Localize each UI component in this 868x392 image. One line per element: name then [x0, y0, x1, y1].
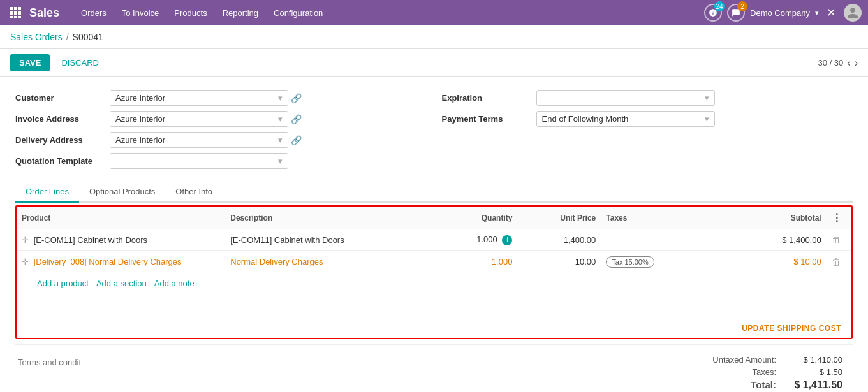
- invoice-address-dropdown-icon: ▾: [278, 114, 283, 124]
- save-button[interactable]: SAVE: [10, 54, 50, 71]
- order-table: Product Description Quantity Unit Price …: [17, 207, 851, 273]
- row1-quantity[interactable]: 1.000 i: [434, 229, 518, 251]
- row2-subtotal: $ 10.00: [726, 250, 827, 273]
- nav-configuration[interactable]: Configuration: [267, 6, 329, 20]
- row2-unit-price[interactable]: 10.00: [517, 250, 601, 273]
- totals-section: Untaxed Amount: $ 1,410.00 Taxes: $ 1.50…: [628, 350, 853, 393]
- nav-products[interactable]: Products: [168, 6, 213, 20]
- tab-other-info[interactable]: Other Info: [165, 182, 223, 203]
- prev-record-button[interactable]: ‹: [847, 57, 850, 69]
- avatar-icon[interactable]: [844, 4, 862, 22]
- total-label: Total:: [751, 379, 776, 390]
- update-shipping-cost-button[interactable]: UPDATE SHIPPING COST: [17, 319, 851, 338]
- nav-orders[interactable]: Orders: [75, 6, 113, 20]
- row2-description[interactable]: Normal Delivery Charges: [225, 250, 434, 273]
- taxes-label: Taxes:: [752, 367, 776, 377]
- nav-to-invoice[interactable]: To Invoice: [115, 6, 166, 20]
- product-name-delivery[interactable]: [Delivery_008] Normal Delivery Charges: [34, 257, 182, 266]
- svg-rect-6: [10, 16, 13, 18]
- form-column-right: Expiration ▾ Payment Terms End of Follow…: [442, 87, 853, 171]
- total-value: $ 1,411.50: [791, 379, 842, 391]
- th-description: Description: [225, 207, 434, 229]
- untaxed-label: Untaxed Amount:: [712, 355, 776, 365]
- invoice-address-label: Invoice Address: [15, 114, 105, 124]
- th-quantity: Quantity: [434, 207, 518, 229]
- drag-handle-icon[interactable]: ✛: [22, 257, 29, 266]
- row2-taxes[interactable]: Tax 15.00%: [601, 250, 726, 273]
- row1-subtotal: $ 1,400.00: [726, 229, 827, 251]
- add-section-link[interactable]: Add a section: [96, 279, 147, 288]
- discard-button[interactable]: DISCARD: [52, 54, 108, 71]
- row2-quantity[interactable]: 1.000: [434, 250, 518, 273]
- add-note-link[interactable]: Add a note: [154, 279, 195, 288]
- pagination-area: 30 / 30 ‹ ›: [818, 57, 858, 69]
- terms-area: [15, 350, 128, 375]
- quantity-info-icon[interactable]: i: [502, 235, 512, 245]
- notifications-badge[interactable]: 24: [704, 4, 722, 22]
- svg-rect-8: [18, 16, 21, 18]
- invoice-address-select[interactable]: Azure Interior ▾: [110, 111, 288, 127]
- taxes-value: $ 1.50: [791, 367, 842, 377]
- delivery-address-label: Delivery Address: [15, 135, 105, 145]
- invoice-address-external-link-icon[interactable]: 🔗: [291, 114, 302, 124]
- customer-external-link-icon[interactable]: 🔗: [291, 93, 302, 103]
- close-icon[interactable]: ✕: [827, 6, 836, 20]
- payment-terms-field: Payment Terms End of Following Month ▾: [442, 108, 853, 129]
- delivery-address-select[interactable]: Azure Interior ▾: [110, 132, 288, 148]
- expiration-select[interactable]: ▾: [536, 90, 715, 106]
- company-selector[interactable]: Demo Company: [750, 8, 810, 18]
- tab-optional-products[interactable]: Optional Products: [79, 182, 165, 203]
- pagination-text: 30 / 30: [818, 58, 844, 68]
- th-subtotal: Subtotal: [726, 207, 827, 229]
- customer-dropdown-icon: ▾: [278, 93, 283, 103]
- svg-rect-4: [14, 11, 17, 15]
- company-dropdown-icon[interactable]: ▾: [815, 9, 819, 17]
- messages-badge[interactable]: 2: [727, 4, 745, 22]
- quotation-template-label: Quotation Template: [15, 156, 105, 166]
- action-bar: SAVE DISCARD 30 / 30 ‹ ›: [0, 49, 868, 77]
- quotation-template-dropdown-icon: ▾: [278, 156, 283, 166]
- svg-rect-2: [18, 7, 21, 10]
- tabs: Order Lines Optional Products Other Info: [15, 182, 853, 203]
- payment-terms-select[interactable]: End of Following Month ▾: [536, 111, 715, 127]
- product-name[interactable]: [E-COM11] Cabinet with Doors: [34, 235, 147, 245]
- nav-reporting[interactable]: Reporting: [216, 6, 265, 20]
- grid-menu-icon[interactable]: [6, 4, 24, 22]
- order-lines-section: Product Description Quantity Unit Price …: [15, 205, 853, 339]
- breadcrumb-parent[interactable]: Sales Orders: [10, 32, 63, 42]
- expiration-field: Expiration ▾: [442, 87, 853, 108]
- untaxed-amount-row: Untaxed Amount: $ 1,410.00: [638, 355, 842, 365]
- quotation-template-field: Quotation Template ▾: [15, 150, 427, 171]
- drag-handle-icon[interactable]: ✛: [22, 235, 29, 245]
- table-row: ✛ [E-COM11] Cabinet with Doors [E-COM11]…: [17, 229, 851, 251]
- row1-unit-price[interactable]: 1,400.00: [517, 229, 601, 251]
- payment-terms-dropdown-icon: ▾: [705, 114, 709, 124]
- terms-input[interactable]: [15, 355, 83, 370]
- topnav-right: 24 2 Demo Company ▾ ✕: [704, 4, 862, 22]
- row1-delete-icon[interactable]: 🗑: [832, 235, 841, 245]
- row1-taxes[interactable]: [601, 229, 726, 251]
- untaxed-value: $ 1,410.00: [791, 355, 842, 365]
- breadcrumb: Sales Orders / S00041: [0, 25, 868, 49]
- invoice-address-field: Invoice Address Azure Interior ▾ 🔗: [15, 108, 427, 129]
- svg-rect-0: [10, 7, 13, 10]
- main-content: Customer Azure Interior ▾ 🔗 Invoice Addr…: [0, 77, 868, 392]
- customer-select[interactable]: Azure Interior ▾: [110, 90, 288, 106]
- quotation-template-select[interactable]: ▾: [110, 153, 288, 169]
- topnav: Sales Orders To Invoice Products Reporti…: [0, 0, 868, 25]
- delivery-address-external-link-icon[interactable]: 🔗: [291, 135, 302, 145]
- tab-order-lines[interactable]: Order Lines: [15, 182, 79, 203]
- expiration-label: Expiration: [442, 93, 531, 103]
- messages-count: 2: [737, 1, 747, 11]
- row1-description[interactable]: [E-COM11] Cabinet with Doors: [225, 229, 434, 251]
- topnav-menu: Orders To Invoice Products Reporting Con…: [75, 6, 329, 20]
- app-brand: Sales: [29, 6, 59, 20]
- next-record-button[interactable]: ›: [855, 57, 858, 69]
- notifications-count: 24: [714, 1, 725, 11]
- svg-rect-7: [14, 16, 17, 18]
- form-column-left: Customer Azure Interior ▾ 🔗 Invoice Addr…: [15, 87, 427, 171]
- row2-delete-icon[interactable]: 🗑: [832, 257, 841, 267]
- add-product-link[interactable]: Add a product: [37, 279, 89, 288]
- tax-badge: Tax 15.00%: [606, 256, 654, 268]
- table-row: ✛ [Delivery_008] Normal Delivery Charges…: [17, 250, 851, 273]
